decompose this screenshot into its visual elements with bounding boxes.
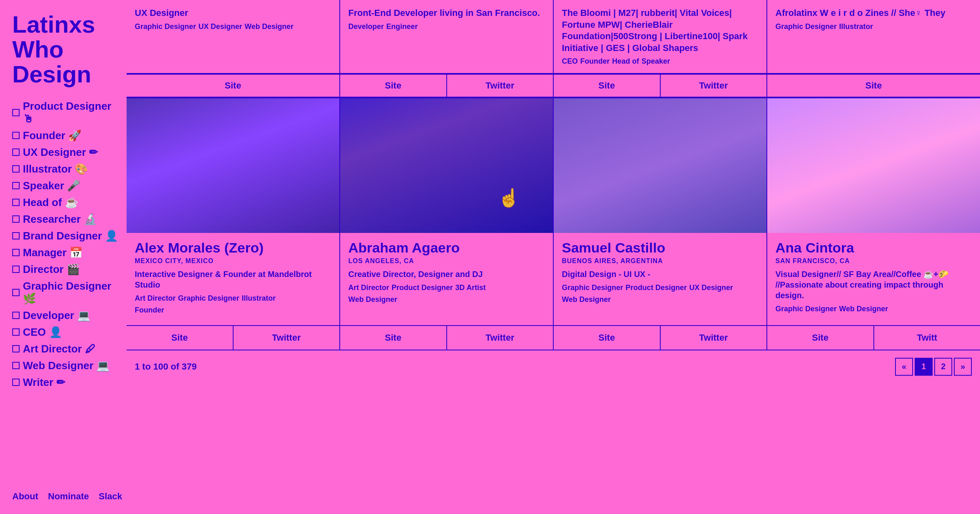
filter-checkbox-director[interactable] xyxy=(12,266,20,273)
person-name-0: Alex Morales (Zero) xyxy=(135,240,331,255)
filter-item-graphic-designer[interactable]: Graphic Designer 🌿 xyxy=(12,280,118,305)
person-button-3-1[interactable]: Twitt xyxy=(874,326,980,350)
filter-label-ux-designer: UX Designer ✏ xyxy=(23,146,98,159)
person-tag-2-1: Product Designer xyxy=(626,284,687,292)
page-2-button[interactable]: 2 xyxy=(934,358,952,376)
top-card-0: UX DesignerGraphic DesignerUX DesignerWe… xyxy=(127,0,340,73)
person-bio-1: Creative Director, Designer and DJ xyxy=(348,269,545,279)
filter-label-head-of: Head of ☕ xyxy=(23,196,78,209)
person-tags2-2: Web Designer xyxy=(562,295,758,304)
filter-checkbox-manager[interactable] xyxy=(12,249,20,256)
filter-list: Product Designer 🖱 Founder 🚀 UX Designer… xyxy=(12,100,118,483)
person-location-2: Buenos Aires, Argentina xyxy=(562,257,758,265)
top-card-tags-3: Graphic DesignerIllustrator xyxy=(775,22,972,31)
pagination-count: 1 to 100 of 379 xyxy=(135,361,197,372)
filter-item-developer[interactable]: Developer 💻 xyxy=(12,309,118,322)
person-name-1: Abraham Agaero xyxy=(348,240,545,255)
person-photo-1: ☝ xyxy=(340,98,553,233)
filter-checkbox-head-of[interactable] xyxy=(12,199,20,206)
filter-checkbox-ux-designer[interactable] xyxy=(12,148,20,156)
person-tag2-2-0: Web Designer xyxy=(562,295,611,304)
top-buttons-row: SiteSiteTwitterSiteTwitterSite xyxy=(127,74,980,97)
prev-page-button[interactable]: « xyxy=(895,358,913,376)
person-info-2: Samuel CastilloBuenos Aires, ArgentinaDi… xyxy=(554,233,766,325)
filter-checkbox-illustrator[interactable] xyxy=(12,165,20,173)
filter-checkbox-product-designer[interactable] xyxy=(12,109,20,116)
top-card-2: The Bloomi | M27| rubberit| Vital Voices… xyxy=(554,0,767,73)
filter-checkbox-brand-designer[interactable] xyxy=(12,232,20,239)
person-tags2-1: Web Designer xyxy=(348,295,545,304)
top-card-description-3: Afrolatinx W e i r d o Zines // She♀ The… xyxy=(775,7,972,19)
tag-2-1: Founder xyxy=(580,57,610,66)
filter-checkbox-graphic-designer[interactable] xyxy=(12,289,20,296)
pagination-controls: « 1 2 » xyxy=(895,358,972,376)
filter-label-art-director: Art Director 🖊 xyxy=(23,343,96,355)
footer-link-slack[interactable]: Slack xyxy=(99,491,122,502)
site-title: Latinxs Who Design xyxy=(12,12,118,87)
person-button-0-1[interactable]: Twitter xyxy=(234,326,340,350)
person-buttons-0: SiteTwitter xyxy=(127,325,339,350)
top-card-tags-2: CEOFounderHead ofSpeaker xyxy=(562,57,758,66)
filter-item-brand-designer[interactable]: Brand Designer 👤 xyxy=(12,230,118,242)
filter-item-speaker[interactable]: Speaker 🎤 xyxy=(12,179,118,192)
person-location-3: San Francisco, CA xyxy=(775,257,972,265)
filter-label-writer: Writer ✏ xyxy=(23,376,65,389)
filter-checkbox-ceo[interactable] xyxy=(12,328,20,336)
filter-item-web-designer[interactable]: Web Designer 💻 xyxy=(12,359,118,372)
filter-item-art-director[interactable]: Art Director 🖊 xyxy=(12,343,118,355)
person-info-1: Abraham AgaeroLos Angeles, CACreative Di… xyxy=(340,233,553,325)
cursor-icon: ☝ xyxy=(498,187,520,208)
filter-item-head-of[interactable]: Head of ☕ xyxy=(12,196,118,209)
filter-checkbox-art-director[interactable] xyxy=(12,345,20,352)
filter-label-manager: Manager 📅 xyxy=(23,246,82,259)
filter-item-ceo[interactable]: CEO 👤 xyxy=(12,326,118,339)
person-button-0-0[interactable]: Site xyxy=(127,326,234,350)
top-card-button-1-1[interactable]: Twitter xyxy=(447,75,553,97)
filter-item-writer[interactable]: Writer ✏ xyxy=(12,376,118,389)
person-button-1-1[interactable]: Twitter xyxy=(447,326,553,350)
filter-item-illustrator[interactable]: Illustrator 🎨 xyxy=(12,163,118,175)
top-card-description-2: The Bloomi | M27| rubberit| Vital Voices… xyxy=(562,7,758,54)
filter-label-speaker: Speaker 🎤 xyxy=(23,179,80,192)
filter-label-brand-designer: Brand Designer 👤 xyxy=(23,230,118,242)
top-card-button-2-1[interactable]: Twitter xyxy=(661,75,767,97)
person-name-3: Ana Cintora xyxy=(775,240,972,255)
filter-item-manager[interactable]: Manager 📅 xyxy=(12,246,118,259)
person-button-2-1[interactable]: Twitter xyxy=(661,326,767,350)
person-tag-3-0: Graphic Designer xyxy=(775,305,837,313)
person-card-3: Ana CintoraSan Francisco, CAVisual Desig… xyxy=(767,98,980,349)
person-button-1-0[interactable]: Site xyxy=(340,326,447,350)
filter-checkbox-speaker[interactable] xyxy=(12,182,20,189)
filter-label-founder: Founder 🚀 xyxy=(23,129,81,142)
filter-checkbox-writer[interactable] xyxy=(12,379,20,386)
person-button-3-0[interactable]: Site xyxy=(767,326,874,350)
top-card-description-0: UX Designer xyxy=(135,7,331,19)
tag-0-1: UX Designer xyxy=(198,22,242,31)
filter-item-product-designer[interactable]: Product Designer 🖱 xyxy=(12,100,118,125)
top-card-button-1-0[interactable]: Site xyxy=(340,75,447,97)
filter-item-researcher[interactable]: Researcher 🔬 xyxy=(12,213,118,226)
filter-item-ux-designer[interactable]: UX Designer ✏ xyxy=(12,146,118,159)
filter-checkbox-researcher[interactable] xyxy=(12,215,20,223)
filter-item-director[interactable]: Director 🎬 xyxy=(12,263,118,276)
next-page-button[interactable]: » xyxy=(954,358,972,376)
top-card-button-0-0[interactable]: Site xyxy=(127,75,339,97)
tag-2-3: Speaker xyxy=(641,57,670,66)
page-1-button[interactable]: 1 xyxy=(915,358,933,376)
footer-link-about[interactable]: About xyxy=(12,491,38,502)
top-card-button-2-0[interactable]: Site xyxy=(554,75,661,97)
filter-item-founder[interactable]: Founder 🚀 xyxy=(12,129,118,142)
tag-2-0: CEO xyxy=(562,57,578,66)
filter-checkbox-web-designer[interactable] xyxy=(12,362,20,369)
top-card-button-3-0[interactable]: Site xyxy=(767,75,980,97)
person-button-2-0[interactable]: Site xyxy=(554,326,661,350)
footer-link-nominate[interactable]: Nominate xyxy=(48,491,89,502)
top-card-1: Front-End Developer living in San Franci… xyxy=(340,0,554,73)
top-card-description-1: Front-End Developer living in San Franci… xyxy=(348,7,545,19)
person-tag-0-1: Graphic Designer xyxy=(178,294,239,303)
filter-checkbox-developer[interactable] xyxy=(12,312,20,319)
filter-checkbox-founder[interactable] xyxy=(12,132,20,139)
person-tag-3-1: Web Designer xyxy=(839,305,888,313)
person-location-1: Los Angeles, CA xyxy=(348,257,545,265)
person-info-0: Alex Morales (Zero)Mexico City, MexicoIn… xyxy=(127,233,339,325)
